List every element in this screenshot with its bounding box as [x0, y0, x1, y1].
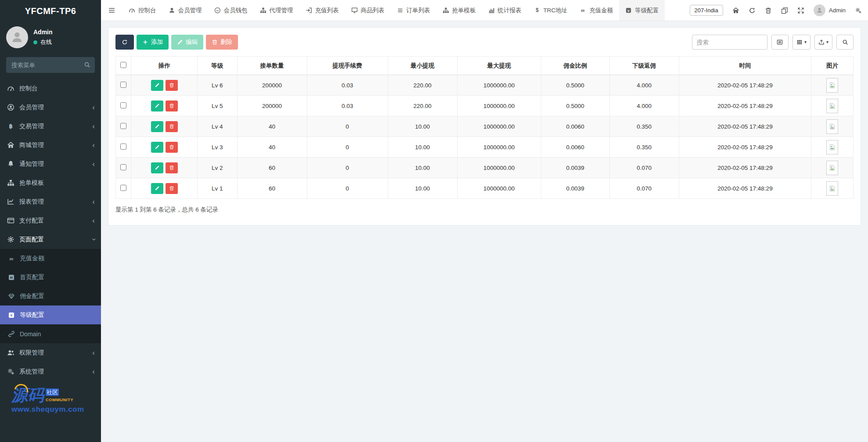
level-image-thumbnail[interactable] — [826, 140, 838, 155]
row-edit-button[interactable] — [151, 162, 163, 173]
row-delete-button[interactable] — [166, 80, 178, 91]
nav-tab-5[interactable]: 商品列表 — [345, 0, 391, 21]
column-header-8: 时间 — [679, 57, 811, 75]
sidebar-item-9[interactable]: 权限管理‹ — [0, 343, 101, 362]
add-button[interactable]: 添加 — [137, 35, 169, 50]
topnav-right: 207-India Admin — [690, 4, 868, 16]
sidebar-subitem-label: Domain — [20, 331, 41, 338]
sidebar-subitem-8-0[interactable]: 充值金额 — [0, 249, 101, 268]
detail-view-button[interactable] — [771, 35, 789, 50]
row-delete-button[interactable] — [166, 162, 178, 173]
nav-tab-label: 抢单模板 — [452, 7, 476, 14]
copy-button[interactable] — [781, 7, 788, 14]
refresh-table-button[interactable] — [115, 35, 134, 50]
row-checkbox[interactable] — [120, 164, 126, 170]
row-edit-button[interactable] — [151, 121, 163, 132]
row-checkbox[interactable] — [120, 123, 126, 129]
cell-rebate: 0.070 — [609, 178, 679, 199]
level-image-thumbnail[interactable] — [826, 181, 838, 196]
row-edit-button[interactable] — [151, 101, 163, 111]
row-edit-button[interactable] — [151, 183, 163, 194]
nav-tab-3[interactable]: 代理管理 — [254, 0, 299, 21]
nav-tab-2[interactable]: 会员钱包 — [208, 0, 254, 21]
cell-level: Lv 2 — [198, 158, 238, 178]
row-checkbox[interactable] — [120, 102, 126, 108]
sidebar-item-4[interactable]: 通知管理‹ — [0, 155, 101, 173]
sidebar-item-6[interactable]: 报表管理‹ — [0, 192, 101, 211]
chevron-left-icon: ‹ — [92, 104, 95, 111]
pencil-icon — [155, 124, 160, 129]
sidebar-subitem-8-1[interactable]: 首页配置 — [0, 268, 101, 287]
sidebar-item-8[interactable]: 页面配置‹ — [0, 230, 101, 249]
app-root: YFCMF-TP6 Admin 在线 控制台会员管理‹交易管理‹商城管理‹通知管… — [0, 0, 868, 442]
export-dropdown-button[interactable]: ▾ — [814, 35, 832, 50]
column-header-9: 图片 — [811, 57, 854, 75]
columns-dropdown-button[interactable]: ▾ — [792, 35, 810, 50]
row-edit-button[interactable] — [151, 142, 163, 153]
row-checkbox[interactable] — [120, 185, 126, 191]
nav-tab-10[interactable]: 充值金额 — [573, 0, 619, 21]
cell-time: 2020-02-05 17:48:29 — [679, 75, 811, 96]
sidebar-item-10[interactable]: 系统管理‹ — [0, 362, 101, 381]
sidebar-item-0[interactable]: 控制台 — [0, 79, 101, 98]
row-checkbox[interactable] — [120, 82, 126, 88]
nav-tab-4[interactable]: 充值列表 — [299, 0, 345, 21]
caret-down-icon: ▾ — [826, 40, 828, 44]
clear-cache-button[interactable] — [765, 7, 772, 14]
watermark-url: www.shequym.com — [11, 405, 97, 414]
fullscreen-button[interactable] — [797, 7, 804, 14]
online-dot-icon — [33, 40, 37, 44]
sidebar-toggle-button[interactable] — [101, 0, 122, 21]
edit-button[interactable]: 编辑 — [171, 35, 203, 50]
sidebar-subitem-8-3[interactable]: 等级配置 — [0, 305, 101, 324]
sidebar-item-2[interactable]: 交易管理‹ — [0, 117, 101, 136]
user-menu[interactable]: Admin — [814, 4, 846, 16]
brand-title: YFCMF-TP6 — [0, 0, 101, 22]
cogs-icon — [855, 7, 862, 14]
level-image-thumbnail[interactable] — [826, 119, 838, 134]
record-summary: 显示第 1 到第 6 条记录，总共 6 条记录 — [115, 206, 854, 214]
sidebar-item-7[interactable]: 支付配置‹ — [0, 211, 101, 230]
row-delete-button[interactable] — [166, 121, 178, 132]
level-image-thumbnail[interactable] — [826, 78, 838, 93]
topnav: 控制台会员管理会员钱包代理管理充值列表商品列表订单列表抢单模板统计报表TRC地址… — [101, 0, 868, 21]
nav-tab-1[interactable]: 会员管理 — [162, 0, 208, 21]
nav-tab-11[interactable]: 等级配置 — [619, 0, 665, 21]
refresh-button[interactable] — [749, 7, 756, 14]
cell-min_withdraw: 10.00 — [388, 178, 457, 199]
bitcoin-icon — [7, 122, 14, 130]
sidebar-item-1[interactable]: 会员管理‹ — [0, 98, 101, 117]
region-badge[interactable]: 207-India — [690, 5, 723, 16]
level-image-thumbnail[interactable] — [826, 161, 838, 175]
avatar — [814, 4, 825, 16]
delete-button[interactable]: 删除 — [206, 35, 238, 50]
select-all-checkbox[interactable] — [120, 62, 126, 68]
sidebar-item-5[interactable]: 抢单模板 — [0, 173, 101, 192]
cell-fee: 0 — [307, 178, 388, 199]
nav-tab-6[interactable]: 订单列表 — [391, 0, 436, 21]
settings-button[interactable] — [855, 7, 862, 14]
row-checkbox[interactable] — [120, 144, 126, 150]
home-button[interactable] — [732, 7, 739, 14]
column-header-7: 下级返佣 — [609, 57, 679, 75]
nav-tab-9[interactable]: TRC地址 — [528, 0, 574, 21]
nav-tab-0[interactable]: 控制台 — [122, 0, 162, 21]
row-delete-button[interactable] — [166, 101, 178, 111]
nav-tab-8[interactable]: 统计报表 — [482, 0, 528, 21]
sidebar-item-3[interactable]: 商城管理‹ — [0, 136, 101, 155]
trash-icon — [212, 39, 218, 45]
sidebar-item-label: 页面配置 — [19, 236, 44, 244]
sidebar-subitem-8-2[interactable]: 佣金配置 — [0, 287, 101, 305]
row-delete-button[interactable] — [166, 183, 178, 194]
row-edit-button[interactable] — [151, 80, 163, 91]
cell-min_withdraw: 10.00 — [388, 137, 457, 158]
cell-max_withdraw: 1000000.00 — [457, 158, 541, 178]
nav-tab-7[interactable]: 抢单模板 — [436, 0, 482, 21]
table-search-input[interactable] — [692, 35, 767, 50]
sidebar-search-input[interactable] — [6, 57, 95, 73]
row-delete-button[interactable] — [166, 142, 178, 153]
level-image-thumbnail[interactable] — [826, 99, 838, 113]
sidebar-subitem-8-4[interactable]: Domain — [0, 324, 101, 343]
desktop-icon — [351, 7, 358, 14]
search-toggle-button[interactable] — [836, 35, 854, 50]
